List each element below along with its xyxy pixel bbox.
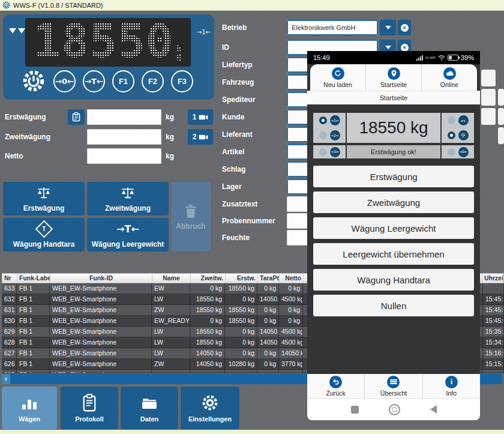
column-header[interactable]: Zweitw. [191,274,226,283]
status-indicator-panel-right: ↤ [442,113,474,143]
table-cell: 4500 kg [279,337,303,348]
info-label: Info [446,390,457,397]
form-label-fahrzeug: Fahrzeug [222,78,282,86]
android-back-button[interactable] [430,405,437,414]
table-cell: 627 [2,348,17,359]
erstwaegung-input[interactable] [87,109,161,125]
table-cell: FB 1 [17,294,50,305]
table-cell: 15:34:53 [483,337,504,348]
edge-field[interactable] [481,108,496,125]
form-label-feuchte: Feuchte [222,234,282,242]
phone-zweitwaegung-button[interactable]: Zweitwägung [313,191,474,213]
abbruch-label: Abbruch [176,222,205,231]
form-field-betrieb[interactable]: Elektronikwerk GmbH [287,20,378,35]
nav-daten[interactable]: Daten [121,387,178,429]
erstwaegung-button[interactable]: Erstwägung [3,182,85,215]
scroll-left-button[interactable]: ‹ [2,374,10,384]
scale-icon [119,185,137,201]
edge-field[interactable] [498,108,504,125]
copy-weight-button[interactable] [68,109,85,125]
android-home-button[interactable] [389,404,400,415]
edge-field[interactable] [481,89,496,106]
phone-leergewicht-uebernehmen-button[interactable]: Leergewicht übernehmen [313,243,474,265]
phone-erstwaegung-button[interactable]: Erstwägung [313,166,474,187]
bar-chart-icon [21,394,38,412]
neu-laden-button[interactable]: Neu laden [310,64,366,91]
waegung-handtara-button[interactable]: T Wägung Handtara [3,218,85,252]
indicator-tare-button[interactable]: →T← [83,70,105,92]
indicator-power-button[interactable] [21,68,46,94]
nav-protokoll[interactable]: Protokoll [61,387,118,429]
table-cell: WEB_EW-Smartphone [50,294,152,305]
wifi-icon [438,55,445,61]
nav-daten-label: Daten [140,415,159,423]
led-display: 18550 kg [25,18,191,67]
clear-x-icon: ✕ [401,24,409,32]
table-cell: 18550 kg [190,327,225,337]
clear-button-betrieb[interactable]: ✕ [398,20,411,35]
phone-waegung-leergewicht-button[interactable]: Wägung Leergewicht [313,217,474,239]
camera-2-button[interactable]: 2 [188,129,213,145]
column-header[interactable]: Nr [2,274,17,283]
table-cell: 14050 kg [190,359,225,370]
nav-protokoll-label: Protokoll [75,415,104,423]
column-header[interactable]: Netto [280,274,304,283]
column-header[interactable]: Funk-Label [17,274,50,283]
table-cell: 4500 kg [279,327,303,337]
zurueck-button[interactable]: Zurück [307,374,365,398]
back-icon [329,376,342,388]
column-header[interactable]: Funk-ID [50,274,152,283]
startseite-button[interactable]: Startseite [366,64,422,91]
indicator-f2-button[interactable]: F2 [142,70,164,92]
indicator-f1-button[interactable]: F1 [112,70,134,92]
standstill-badge-icon [458,130,469,140]
vowifi-icon: Vo WiFi [425,56,436,59]
phone-scale-display: →1← →2← →3← 18550 kg Erstwägung ok! ↤ [313,113,474,158]
app-power-gear-icon [2,1,10,9]
table-cell: 18550 kg [225,305,257,316]
nav-einstellungen[interactable]: Einstellungen [181,387,239,429]
erstwaegung-unit: kg [166,109,174,125]
camera-1-button[interactable]: 1 [188,109,213,125]
zweitwaegung-button[interactable]: Zweitwägung [87,182,169,215]
indicator-f3-button[interactable]: F3 [171,70,193,92]
column-header[interactable]: Uhrzeit Z [482,274,503,283]
info-button[interactable]: i Info [423,374,480,398]
table-cell: WEB_EW-Smartphone [50,327,152,337]
waegung-leergewicht-button[interactable]: →T← Wägung Leergewicht [87,218,169,252]
nav-waegen[interactable]: Wägen [2,387,57,429]
table-cell: WEB_EW-Smartphone [50,305,152,316]
zweitwaegung-unit: kg [166,129,174,145]
column-header[interactable]: Name [152,274,191,283]
table-cell: FB 1 [17,348,50,359]
table-cell: LW [152,348,190,359]
form-label-probennummer: Probennummer [222,217,282,225]
edge-field[interactable] [498,127,504,144]
dropdown-button-betrieb[interactable] [380,20,396,35]
handtara-diamond-icon: T [38,222,50,237]
netto-input[interactable] [87,148,161,164]
smartphone-overlay: 15:49 Vo WiFi 39% Neu laden Startseit [307,51,480,420]
zweitwaegung-input[interactable] [87,129,161,145]
table-cell: 0 kg [257,316,279,327]
edge-field[interactable] [498,89,504,106]
table-cell: 15:45:32 [483,294,504,305]
abbruch-button[interactable]: Abbruch [171,182,211,252]
table-cell: ZW [152,305,190,316]
android-recents-button[interactable] [351,406,359,414]
wws-f-application: WWS-F (V1.0.8 / STANDARD) 18550 kg →1← →… [0,0,504,434]
phone-nullen-button[interactable]: Nullen [313,295,474,316]
online-button[interactable]: Online [422,64,477,91]
indicator-zero-button[interactable]: →0← [53,70,76,92]
cloud-icon [443,67,456,80]
uebersicht-button[interactable]: Übersicht [365,374,422,398]
phone-waegung-handtara-button[interactable]: Wägung Handtara [313,269,474,291]
edge-field[interactable] [481,70,496,86]
column-header[interactable]: Erstw. [226,274,258,283]
column-header[interactable]: TaraPt [258,274,280,283]
form-label-lager: Lager [222,182,282,191]
bottom-strip [0,430,504,434]
range-indicator-panel-left: →1← →2← [313,113,346,143]
camera-icon [199,134,208,140]
form-label-artikel: Artikel [222,148,282,156]
